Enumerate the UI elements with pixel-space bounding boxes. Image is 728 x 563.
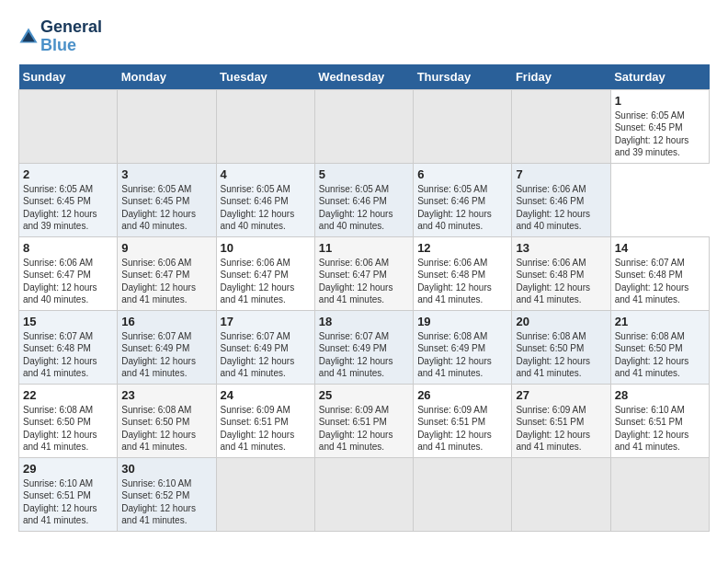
cell-info: Sunrise: 6:05 AMSunset: 6:45 PMDaylight:… bbox=[23, 183, 113, 233]
day-cell-1: 1 Sunrise: 6:05 AMSunset: 6:45 PMDayligh… bbox=[610, 89, 709, 163]
day-number: 22 bbox=[23, 388, 113, 402]
day-number: 6 bbox=[417, 167, 507, 181]
col-header-monday: Monday bbox=[118, 64, 216, 90]
cell-info: Sunrise: 6:06 AMSunset: 6:47 PMDaylight:… bbox=[221, 257, 311, 306]
cell-info: Sunrise: 6:10 AMSunset: 6:51 PMDaylight:… bbox=[23, 477, 113, 527]
empty-cell bbox=[414, 457, 512, 531]
day-number: 20 bbox=[516, 315, 606, 328]
day-cell-29: 29 Sunrise: 6:10 AMSunset: 6:51 PMDaylig… bbox=[19, 457, 118, 531]
day-cell-12: 12 Sunrise: 6:06 AMSunset: 6:48 PMDaylig… bbox=[414, 236, 512, 310]
day-number: 23 bbox=[121, 388, 211, 402]
day-number: 18 bbox=[319, 315, 409, 328]
cell-info: Sunrise: 6:07 AMSunset: 6:49 PMDaylight:… bbox=[121, 330, 211, 380]
day-number: 21 bbox=[615, 315, 705, 328]
day-number: 2 bbox=[23, 167, 113, 181]
day-number: 5 bbox=[319, 167, 409, 181]
day-cell-6: 6 Sunrise: 6:05 AMSunset: 6:46 PMDayligh… bbox=[414, 163, 512, 236]
cell-info: Sunrise: 6:05 AMSunset: 6:46 PMDaylight:… bbox=[319, 183, 409, 233]
logo: GeneralBlue bbox=[18, 18, 102, 55]
day-number: 19 bbox=[417, 315, 507, 328]
day-cell-5: 5 Sunrise: 6:05 AMSunset: 6:46 PMDayligh… bbox=[314, 163, 413, 236]
col-header-saturday: Saturday bbox=[610, 64, 709, 90]
empty-cell bbox=[314, 457, 413, 531]
cell-info: Sunrise: 6:08 AMSunset: 6:49 PMDaylight:… bbox=[417, 330, 507, 380]
cell-info: Sunrise: 6:07 AMSunset: 6:48 PMDaylight:… bbox=[615, 257, 705, 306]
day-number: 24 bbox=[221, 388, 311, 402]
col-header-tuesday: Tuesday bbox=[216, 64, 314, 90]
day-number: 12 bbox=[417, 241, 507, 255]
day-number: 11 bbox=[319, 241, 409, 255]
col-header-wednesday: Wednesday bbox=[314, 64, 413, 90]
day-cell-27: 27 Sunrise: 6:09 AMSunset: 6:51 PMDaylig… bbox=[512, 384, 610, 457]
day-cell-7: 7 Sunrise: 6:06 AMSunset: 6:46 PMDayligh… bbox=[512, 163, 610, 236]
cell-info: Sunrise: 6:08 AMSunset: 6:50 PMDaylight:… bbox=[615, 330, 705, 380]
empty-cell bbox=[314, 89, 413, 163]
day-number: 13 bbox=[516, 241, 606, 255]
day-cell-30: 30 Sunrise: 6:10 AMSunset: 6:52 PMDaylig… bbox=[118, 457, 216, 531]
day-number: 29 bbox=[23, 462, 113, 476]
empty-cell bbox=[414, 89, 512, 163]
day-cell-4: 4 Sunrise: 6:05 AMSunset: 6:46 PMDayligh… bbox=[216, 163, 314, 236]
day-cell-25: 25 Sunrise: 6:09 AMSunset: 6:51 PMDaylig… bbox=[314, 384, 413, 457]
logo-text: GeneralBlue bbox=[40, 18, 102, 55]
day-number: 10 bbox=[221, 241, 311, 255]
col-header-sunday: Sunday bbox=[19, 64, 118, 90]
day-number: 16 bbox=[121, 315, 211, 328]
cell-info: Sunrise: 6:07 AMSunset: 6:48 PMDaylight:… bbox=[23, 330, 113, 380]
empty-cell bbox=[512, 89, 610, 163]
empty-cell bbox=[118, 89, 216, 163]
day-number: 30 bbox=[121, 462, 211, 476]
cell-info: Sunrise: 6:06 AMSunset: 6:48 PMDaylight:… bbox=[516, 257, 606, 306]
day-cell-21: 21 Sunrise: 6:08 AMSunset: 6:50 PMDaylig… bbox=[610, 310, 709, 384]
cell-info: Sunrise: 6:06 AMSunset: 6:47 PMDaylight:… bbox=[121, 257, 211, 306]
day-cell-10: 10 Sunrise: 6:06 AMSunset: 6:47 PMDaylig… bbox=[216, 236, 314, 310]
cell-info: Sunrise: 6:09 AMSunset: 6:51 PMDaylight:… bbox=[221, 404, 311, 454]
cell-info: Sunrise: 6:06 AMSunset: 6:46 PMDaylight:… bbox=[516, 183, 606, 233]
cell-info: Sunrise: 6:09 AMSunset: 6:51 PMDaylight:… bbox=[319, 404, 409, 454]
cell-info: Sunrise: 6:05 AMSunset: 6:45 PMDaylight:… bbox=[121, 183, 211, 233]
cell-info: Sunrise: 6:07 AMSunset: 6:49 PMDaylight:… bbox=[221, 330, 311, 380]
day-number: 27 bbox=[516, 388, 606, 402]
day-number: 28 bbox=[615, 388, 705, 402]
cell-info: Sunrise: 6:10 AMSunset: 6:52 PMDaylight:… bbox=[121, 477, 211, 527]
day-number: 8 bbox=[23, 241, 113, 255]
day-cell-18: 18 Sunrise: 6:07 AMSunset: 6:49 PMDaylig… bbox=[314, 310, 413, 384]
day-cell-16: 16 Sunrise: 6:07 AMSunset: 6:49 PMDaylig… bbox=[118, 310, 216, 384]
day-cell-23: 23 Sunrise: 6:08 AMSunset: 6:50 PMDaylig… bbox=[118, 384, 216, 457]
col-header-thursday: Thursday bbox=[414, 64, 512, 90]
cell-info: Sunrise: 6:06 AMSunset: 6:47 PMDaylight:… bbox=[23, 257, 113, 306]
empty-cell bbox=[216, 89, 314, 163]
empty-cell bbox=[19, 89, 118, 163]
day-cell-15: 15 Sunrise: 6:07 AMSunset: 6:48 PMDaylig… bbox=[19, 310, 118, 384]
day-number: 9 bbox=[121, 241, 211, 255]
day-cell-17: 17 Sunrise: 6:07 AMSunset: 6:49 PMDaylig… bbox=[216, 310, 314, 384]
day-number: 3 bbox=[121, 167, 211, 181]
cell-info: Sunrise: 6:08 AMSunset: 6:50 PMDaylight:… bbox=[516, 330, 606, 380]
cell-info: Sunrise: 6:08 AMSunset: 6:50 PMDaylight:… bbox=[23, 404, 113, 454]
day-cell-11: 11 Sunrise: 6:06 AMSunset: 6:47 PMDaylig… bbox=[314, 236, 413, 310]
day-cell-22: 22 Sunrise: 6:08 AMSunset: 6:50 PMDaylig… bbox=[19, 384, 118, 457]
day-number: 1 bbox=[615, 94, 705, 108]
day-cell-26: 26 Sunrise: 6:09 AMSunset: 6:51 PMDaylig… bbox=[414, 384, 512, 457]
day-cell-24: 24 Sunrise: 6:09 AMSunset: 6:51 PMDaylig… bbox=[216, 384, 314, 457]
day-number: 4 bbox=[221, 167, 311, 181]
cell-info: Sunrise: 6:06 AMSunset: 6:47 PMDaylight:… bbox=[319, 257, 409, 306]
day-cell-3: 3 Sunrise: 6:05 AMSunset: 6:45 PMDayligh… bbox=[118, 163, 216, 236]
cell-info: Sunrise: 6:05 AMSunset: 6:45 PMDaylight:… bbox=[615, 109, 705, 159]
calendar-table: SundayMondayTuesdayWednesdayThursdayFrid… bbox=[18, 64, 710, 532]
cell-info: Sunrise: 6:05 AMSunset: 6:46 PMDaylight:… bbox=[417, 183, 507, 233]
cell-info: Sunrise: 6:08 AMSunset: 6:50 PMDaylight:… bbox=[121, 404, 211, 454]
day-number: 17 bbox=[221, 315, 311, 328]
day-cell-20: 20 Sunrise: 6:08 AMSunset: 6:50 PMDaylig… bbox=[512, 310, 610, 384]
col-header-friday: Friday bbox=[512, 64, 610, 90]
day-cell-28: 28 Sunrise: 6:10 AMSunset: 6:51 PMDaylig… bbox=[610, 384, 709, 457]
empty-cell bbox=[512, 457, 610, 531]
empty-cell bbox=[610, 457, 709, 531]
day-number: 26 bbox=[417, 388, 507, 402]
cell-info: Sunrise: 6:10 AMSunset: 6:51 PMDaylight:… bbox=[615, 404, 705, 454]
day-number: 15 bbox=[23, 315, 113, 328]
cell-info: Sunrise: 6:05 AMSunset: 6:46 PMDaylight:… bbox=[221, 183, 311, 233]
day-cell-2: 2 Sunrise: 6:05 AMSunset: 6:45 PMDayligh… bbox=[19, 163, 118, 236]
cell-info: Sunrise: 6:09 AMSunset: 6:51 PMDaylight:… bbox=[516, 404, 606, 454]
cell-info: Sunrise: 6:06 AMSunset: 6:48 PMDaylight:… bbox=[417, 257, 507, 306]
